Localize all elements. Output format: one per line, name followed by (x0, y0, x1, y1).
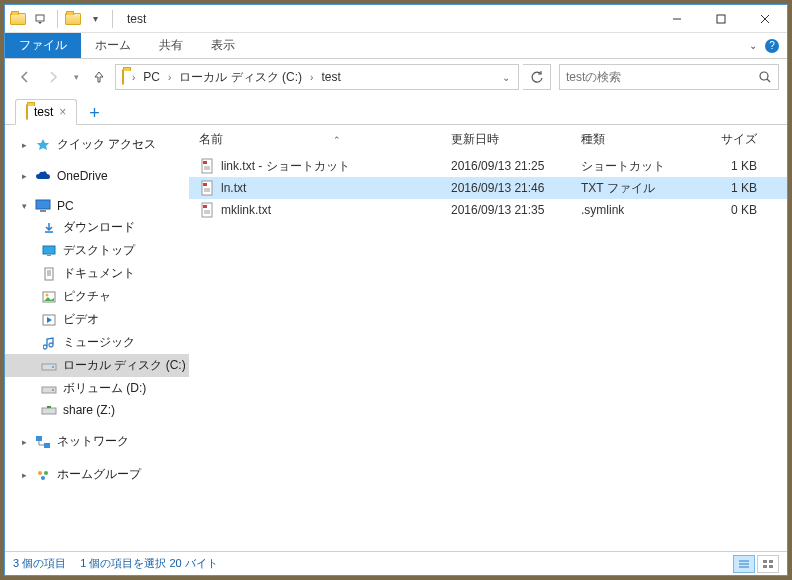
star-icon (35, 138, 51, 152)
maximize-button[interactable] (699, 5, 743, 33)
column-size[interactable]: サイズ (697, 131, 757, 148)
file-type: ショートカット (581, 158, 697, 175)
svg-rect-34 (203, 183, 207, 186)
column-headers: 名前⌃ 更新日時 種類 サイズ (189, 125, 787, 155)
file-list[interactable]: link.txt - ショートカット2016/09/13 21:25ショートカッ… (189, 155, 787, 551)
sidebar-label: ピクチャ (63, 288, 111, 305)
sidebar-label: ホームグループ (57, 466, 141, 483)
chevron-right-icon[interactable]: › (130, 72, 137, 83)
tiles-view-button[interactable] (757, 555, 779, 573)
sidebar-item-volume-d[interactable]: ボリューム (D:) (5, 377, 189, 400)
file-name: link.txt - ショートカット (221, 158, 350, 175)
drive-icon (41, 359, 57, 373)
search-icon[interactable] (758, 70, 772, 84)
caret-icon[interactable]: ▸ (19, 140, 29, 150)
minimize-button[interactable] (655, 5, 699, 33)
breadcrumb-segment[interactable]: PC (139, 70, 164, 84)
status-selection: 1 個の項目を選択 20 バイト (80, 556, 218, 571)
file-type: .symlink (581, 203, 697, 217)
svg-point-20 (52, 366, 54, 368)
sidebar-item-downloads[interactable]: ダウンロード (5, 216, 189, 239)
document-icon (41, 267, 57, 281)
sidebar-item-local-disk[interactable]: ローカル ディスク (C:) (5, 354, 189, 377)
desktop-icon (41, 244, 57, 258)
svg-rect-30 (203, 161, 207, 164)
search-box[interactable] (559, 64, 779, 90)
sidebar-item-music[interactable]: ミュージック (5, 331, 189, 354)
file-list-pane: 名前⌃ 更新日時 種類 サイズ link.txt - ショートカット2016/0… (189, 125, 787, 551)
sidebar-item-pictures[interactable]: ピクチャ (5, 285, 189, 308)
qat-chevron[interactable]: ▾ (84, 8, 106, 30)
sidebar-label: ローカル ディスク (C:) (63, 357, 186, 374)
sidebar-item-pc[interactable]: ▾ PC (5, 196, 189, 216)
quick-access-toolbar: ▾ test (5, 8, 146, 30)
svg-point-22 (52, 389, 54, 391)
new-tab-button[interactable]: + (83, 103, 106, 124)
qat-dropdown[interactable] (29, 8, 51, 30)
help-icon[interactable]: ? (765, 39, 779, 53)
caret-icon[interactable]: ▸ (19, 470, 29, 480)
svg-point-27 (44, 471, 48, 475)
chevron-right-icon[interactable]: › (166, 72, 173, 83)
svg-rect-47 (769, 565, 773, 568)
file-row[interactable]: mklink.txt2016/09/13 21:35.symlink0 KB (189, 199, 787, 221)
caret-icon[interactable]: ▾ (19, 201, 29, 211)
file-type: TXT ファイル (581, 180, 697, 197)
details-view-button[interactable] (733, 555, 755, 573)
caret-icon[interactable]: ▸ (19, 437, 29, 447)
caret-icon[interactable]: ▸ (19, 171, 29, 181)
status-bar: 3 個の項目 1 個の項目を選択 20 バイト (5, 551, 787, 575)
chevron-right-icon[interactable]: › (308, 72, 315, 83)
file-date: 2016/09/13 21:25 (451, 159, 581, 173)
ribbon-tab-file[interactable]: ファイル (5, 33, 81, 58)
sidebar-item-network[interactable]: ▸ ネットワーク (5, 430, 189, 453)
breadcrumb-segment[interactable]: ローカル ディスク (C:) (175, 69, 306, 86)
breadcrumb[interactable]: › PC › ローカル ディスク (C:) › test ⌄ (115, 64, 519, 90)
recent-dropdown[interactable]: ▾ (69, 65, 83, 89)
svg-rect-24 (36, 436, 42, 441)
sort-caret-icon: ⌃ (333, 135, 341, 145)
close-button[interactable] (743, 5, 787, 33)
download-icon (41, 221, 57, 235)
view-switcher (733, 555, 779, 573)
up-button[interactable] (87, 65, 111, 89)
svg-point-5 (760, 72, 768, 80)
tab-test[interactable]: test × (15, 99, 77, 125)
sidebar-item-desktop[interactable]: デスクトップ (5, 239, 189, 262)
sidebar-item-share-z[interactable]: share (Z:) (5, 400, 189, 420)
separator (112, 10, 113, 28)
ribbon-tab-share[interactable]: 共有 (145, 33, 197, 58)
sidebar-label: デスクトップ (63, 242, 135, 259)
close-icon[interactable]: × (59, 105, 66, 119)
file-name: ln.txt (221, 181, 246, 195)
sidebar-item-videos[interactable]: ビデオ (5, 308, 189, 331)
forward-button[interactable] (41, 65, 65, 89)
navigation-pane: ▸ クイック アクセス ▸ OneDrive ▾ PC ダウンロード (5, 125, 189, 551)
breadcrumb-segment[interactable]: test (317, 70, 344, 84)
column-name[interactable]: 名前⌃ (199, 131, 451, 148)
refresh-button[interactable] (523, 64, 551, 90)
ribbon-collapse-icon[interactable]: ⌄ (749, 40, 757, 51)
sidebar-item-quick-access[interactable]: ▸ クイック アクセス (5, 133, 189, 156)
sidebar-item-documents[interactable]: ドキュメント (5, 262, 189, 285)
column-type[interactable]: 種類 (581, 131, 697, 148)
sidebar-label: share (Z:) (63, 403, 115, 417)
file-row[interactable]: link.txt - ショートカット2016/09/13 21:25ショートカッ… (189, 155, 787, 177)
file-row[interactable]: ln.txt2016/09/13 21:46TXT ファイル1 KB (189, 177, 787, 199)
breadcrumb-dropdown[interactable]: ⌄ (496, 72, 516, 83)
svg-rect-8 (40, 210, 46, 212)
column-date[interactable]: 更新日時 (451, 131, 581, 148)
sidebar-label: ボリューム (D:) (63, 380, 146, 397)
ribbon-right: ⌄ ? (749, 33, 787, 58)
window-title: test (127, 12, 146, 26)
back-button[interactable] (13, 65, 37, 89)
ribbon-tab-home[interactable]: ホーム (81, 33, 145, 58)
network-icon (35, 435, 51, 449)
text-file-icon (199, 158, 215, 174)
search-input[interactable] (566, 70, 758, 84)
sidebar-item-homegroup[interactable]: ▸ ホームグループ (5, 463, 189, 486)
network-drive-icon (41, 403, 57, 417)
drive-icon (41, 382, 57, 396)
sidebar-item-onedrive[interactable]: ▸ OneDrive (5, 166, 189, 186)
ribbon-tab-view[interactable]: 表示 (197, 33, 249, 58)
